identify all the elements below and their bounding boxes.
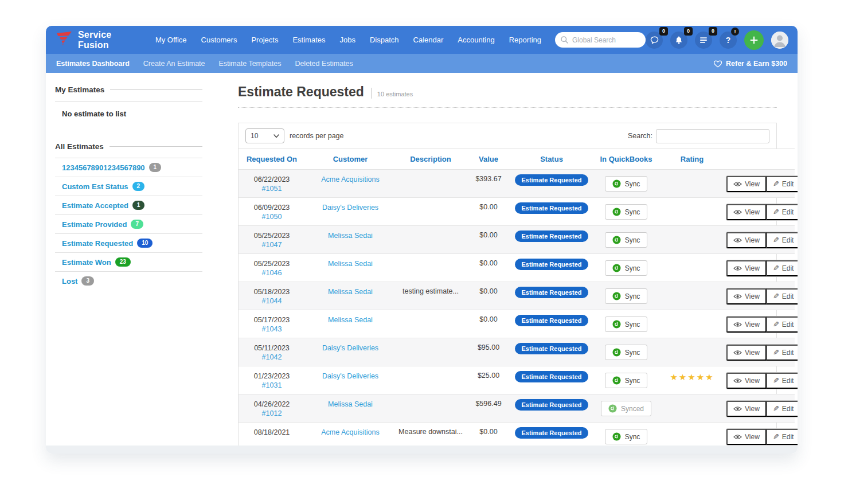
subnav-create-an-estimate[interactable]: Create An Estimate — [143, 60, 205, 68]
customer-link[interactable]: Melissa Sedai — [328, 287, 373, 296]
search-icon — [560, 36, 569, 44]
notifications-button[interactable]: 0 — [670, 32, 687, 49]
col-status[interactable]: Status — [511, 149, 592, 170]
edit-button[interactable]: ✎ Edit — [767, 204, 798, 220]
refer-and-earn-link[interactable]: Refer & Earn $300 — [713, 60, 787, 68]
edit-button[interactable]: ✎ Edit — [767, 288, 798, 304]
edit-button[interactable]: ✎ Edit — [767, 373, 798, 389]
estimate-number-link[interactable]: #1042 — [262, 353, 282, 362]
customer-link[interactable]: Melissa Sedai — [328, 231, 373, 240]
estimate-number-link[interactable]: #1047 — [262, 240, 282, 249]
col-description[interactable]: Description — [396, 149, 466, 170]
edit-button[interactable]: ✎ Edit — [767, 176, 798, 192]
edit-button[interactable]: ✎ Edit — [767, 317, 798, 333]
chat-button[interactable]: 0 — [646, 32, 663, 49]
table-search: Search: — [628, 129, 769, 143]
tasks-button[interactable]: 0 — [695, 32, 712, 49]
sidebar-filter-item[interactable]: Estimate Accepted 1 — [55, 196, 202, 214]
nav-reporting[interactable]: Reporting — [509, 36, 541, 44]
estimate-number-link[interactable]: #1044 — [262, 296, 282, 306]
sidebar-filter-item[interactable]: 12345678901234567890 1 — [55, 158, 202, 177]
user-avatar[interactable] — [771, 32, 788, 49]
view-button[interactable]: View — [726, 176, 767, 192]
filter-link[interactable]: 12345678901234567890 — [62, 163, 145, 172]
nav-customers[interactable]: Customers — [201, 36, 237, 44]
customer-link[interactable]: Melissa Sedai — [328, 400, 373, 409]
customer-link[interactable]: Acme Acquisitions — [321, 428, 379, 437]
customer-link[interactable]: Acme Acquisitions — [321, 175, 379, 184]
view-button[interactable]: View — [726, 260, 767, 276]
estimate-number-link[interactable]: #1012 — [262, 409, 282, 418]
quickbooks-sync-button[interactable]: Sync — [605, 345, 648, 360]
subnav-estimate-templates[interactable]: Estimate Templates — [219, 60, 282, 68]
subnav-deleted-estimates[interactable]: Deleted Estimates — [295, 60, 353, 68]
view-button[interactable]: View — [726, 288, 767, 304]
customer-link[interactable]: Melissa Sedai — [328, 315, 373, 325]
sidebar-filter-item[interactable]: Estimate Won 23 — [55, 252, 202, 271]
col-requested-on[interactable]: Requested On — [239, 149, 305, 170]
sidebar-filter-item[interactable]: Lost 3 — [55, 271, 202, 290]
view-button[interactable]: View — [726, 401, 767, 417]
col-value[interactable]: Value — [466, 149, 511, 170]
edit-button[interactable]: ✎ Edit — [767, 429, 798, 445]
edit-button[interactable]: ✎ Edit — [767, 232, 798, 248]
col-in-quickbooks[interactable]: In QuickBooks — [592, 149, 661, 170]
estimate-number-link[interactable]: #1031 — [262, 381, 282, 390]
customer-link[interactable]: Daisy's Deliveries — [322, 343, 378, 353]
col-customer[interactable]: Customer — [305, 149, 396, 170]
filter-link[interactable]: Estimate Requested — [62, 239, 133, 248]
list-icon — [699, 37, 708, 44]
customer-link[interactable]: Daisy's Deliveries — [322, 372, 378, 381]
quickbooks-sync-button[interactable]: Sync — [605, 176, 648, 192]
table-search-input[interactable] — [656, 129, 769, 143]
quickbooks-sync-button[interactable]: Sync — [605, 204, 648, 220]
view-button[interactable]: View — [726, 204, 767, 220]
quickbooks-icon — [612, 179, 621, 188]
customer-link[interactable]: Daisy's Deliveries — [322, 203, 378, 212]
quickbooks-sync-button[interactable]: Sync — [605, 317, 648, 332]
quickbooks-sync-button[interactable]: Sync — [605, 260, 648, 276]
quickbooks-sync-button[interactable]: Sync — [605, 373, 648, 388]
sync-label: Sync — [625, 208, 640, 216]
view-button[interactable]: View — [726, 317, 767, 333]
col-rating[interactable]: Rating — [661, 149, 724, 170]
filter-link[interactable]: Lost — [62, 277, 77, 286]
quickbooks-sync-button[interactable]: Sync — [605, 232, 648, 248]
filter-link[interactable]: Estimate Provided — [62, 220, 127, 229]
filter-link[interactable]: Estimate Accepted — [62, 201, 128, 210]
estimate-number-link[interactable]: #1051 — [262, 184, 282, 193]
filter-link[interactable]: Custom Est Status — [62, 182, 128, 191]
nav-dispatch[interactable]: Dispatch — [370, 36, 399, 44]
filter-link[interactable]: Estimate Won — [62, 258, 111, 267]
estimate-number-link[interactable]: #1043 — [262, 325, 282, 334]
requested-on-date: 01/23/2023 — [241, 372, 303, 381]
view-button[interactable]: View — [726, 345, 767, 361]
nav-projects[interactable]: Projects — [251, 36, 278, 44]
estimate-number-link[interactable]: #1046 — [262, 268, 282, 278]
nav-my-office[interactable]: My Office — [155, 36, 187, 44]
records-per-page-select[interactable]: 10 — [245, 128, 284, 143]
quickbooks-sync-button[interactable]: Sync — [605, 429, 648, 444]
sidebar-filter-item[interactable]: Estimate Provided 7 — [55, 214, 202, 233]
customer-link[interactable]: Melissa Sedai — [328, 259, 373, 268]
view-button[interactable]: View — [726, 232, 767, 248]
edit-button[interactable]: ✎ Edit — [767, 401, 798, 417]
nav-estimates[interactable]: Estimates — [292, 36, 325, 44]
help-button[interactable]: ? ! — [720, 32, 737, 49]
nav-jobs[interactable]: Jobs — [339, 36, 355, 44]
pencil-icon: ✎ — [773, 406, 779, 412]
view-button[interactable]: View — [726, 429, 767, 445]
edit-button[interactable]: ✎ Edit — [767, 345, 798, 361]
brand-logo[interactable]: Service Fusion — [56, 30, 131, 50]
estimate-number-link[interactable]: #1050 — [262, 212, 282, 221]
add-new-button[interactable] — [744, 30, 764, 50]
edit-button[interactable]: ✎ Edit — [767, 260, 798, 276]
quickbooks-sync-button[interactable]: Synced — [601, 401, 651, 416]
nav-calendar[interactable]: Calendar — [413, 36, 444, 44]
view-button[interactable]: View — [726, 373, 767, 389]
sidebar-filter-item[interactable]: Custom Est Status 2 — [55, 177, 202, 196]
quickbooks-sync-button[interactable]: Sync — [605, 288, 648, 304]
subnav-estimates-dashboard[interactable]: Estimates Dashboard — [56, 60, 130, 68]
sidebar-filter-item[interactable]: Estimate Requested 10 — [55, 233, 202, 252]
nav-accounting[interactable]: Accounting — [458, 36, 494, 44]
